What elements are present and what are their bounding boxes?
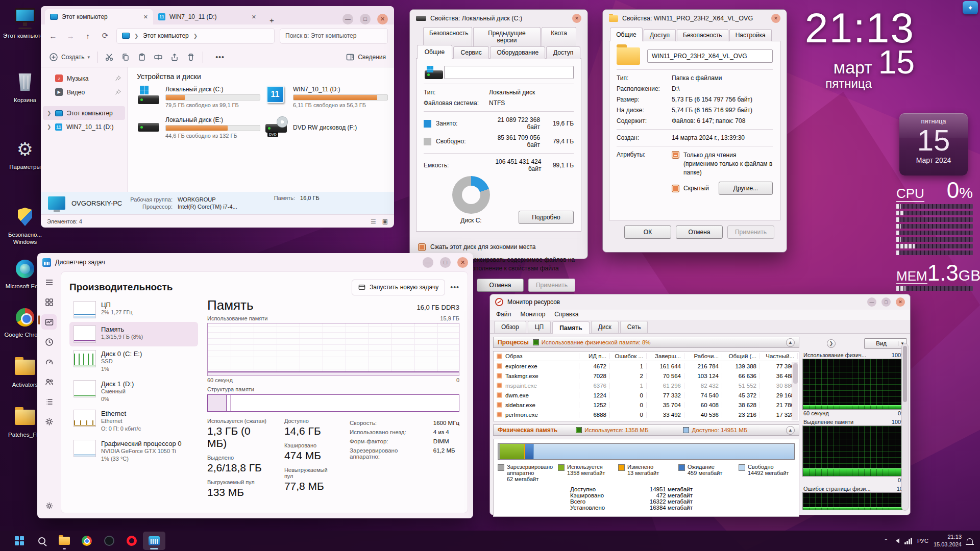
processes-icon[interactable]: [41, 294, 57, 310]
performance-icon[interactable]: [41, 314, 57, 330]
column-hard-faults[interactable]: Ошибок ...: [610, 353, 647, 359]
perf-item-disk0[interactable]: Диск 0 (C: E:) SSD 1%: [69, 346, 198, 377]
minimize-button[interactable]: —: [423, 257, 433, 268]
language-indicator[interactable]: РУС: [917, 538, 928, 544]
tab-memory[interactable]: Память: [552, 321, 589, 334]
search-input[interactable]: Поиск в: Этот компьютер: [280, 28, 388, 44]
column-shareable[interactable]: Общий (...: [722, 353, 760, 359]
run-new-task-button[interactable]: Запустить новую задачу: [352, 280, 445, 295]
close-button[interactable]: ✕: [377, 14, 388, 24]
tab-drive-d[interactable]: 11 WIN7_10_11 (D:) ✕: [153, 9, 261, 24]
select-all-checkbox[interactable]: [497, 354, 502, 359]
tab-this-pc[interactable]: Этот компьютер ✕: [45, 9, 153, 24]
compress-checkbox[interactable]: [418, 243, 426, 251]
panel-scrollbar[interactable]: [901, 343, 909, 511]
cancel-button[interactable]: Отмена: [477, 279, 524, 292]
perf-item-disk1[interactable]: Диск 1 (D:) Сменный 0%: [69, 377, 198, 407]
sidebar-item-music[interactable]: ♪ Музыка: [43, 71, 125, 85]
menu-help[interactable]: Справка: [554, 311, 578, 318]
startup-apps-icon[interactable]: [41, 354, 57, 369]
column-commit[interactable]: Заверш...: [647, 353, 684, 359]
minimize-button[interactable]: —: [342, 14, 353, 24]
chevron-right-icon[interactable]: ❯: [47, 124, 51, 130]
taskbar-task-manager[interactable]: [143, 532, 165, 550]
tab-security[interactable]: Безопасность: [423, 27, 472, 46]
process-checkbox[interactable]: [497, 363, 502, 369]
process-checkbox[interactable]: [497, 412, 502, 417]
sidebar-item-video[interactable]: ▶ Видео: [43, 85, 125, 99]
taskbar-search-button[interactable]: [31, 532, 53, 550]
tab-sharing[interactable]: Доступ: [546, 46, 580, 59]
collapse-icon[interactable]: ▲: [786, 338, 795, 347]
close-tab-icon[interactable]: ✕: [252, 14, 256, 20]
tab-quota[interactable]: Квота: [542, 27, 576, 46]
process-row[interactable]: Taskmgr.exe 7028 2 70 564 103 124 66 636…: [494, 371, 799, 381]
paste-icon[interactable]: [137, 53, 146, 62]
close-button[interactable]: ✕: [572, 14, 581, 23]
thumbnail-view-icon[interactable]: ▣: [382, 218, 388, 225]
collapse-icon[interactable]: ▲: [786, 426, 795, 435]
up-icon[interactable]: ↑: [82, 32, 94, 40]
tab-customize[interactable]: Настройка: [729, 29, 772, 41]
expand-icon[interactable]: ❯: [827, 339, 836, 348]
tab-disk[interactable]: Диск: [591, 321, 619, 333]
app-history-icon[interactable]: [41, 334, 57, 349]
maximize-button[interactable]: □: [440, 257, 451, 268]
notifications-bell-icon[interactable]: [967, 538, 973, 544]
perf-item-ethernet[interactable]: Ethernet Ethernet О: 0 П: 0 кбит/с: [69, 406, 198, 436]
physical-memory-section-header[interactable]: Физическая память Используется: 1358 МБ …: [493, 424, 799, 436]
tab-overview[interactable]: Обзор: [494, 321, 526, 333]
column-private[interactable]: Частный...: [760, 353, 798, 359]
cut-icon[interactable]: [105, 53, 114, 62]
share-icon[interactable]: [170, 53, 179, 62]
close-button[interactable]: ✕: [896, 297, 905, 307]
refresh-icon[interactable]: ⟳: [99, 31, 111, 40]
volume-label-input[interactable]: [444, 66, 574, 79]
copy-icon[interactable]: [121, 53, 130, 62]
users-icon[interactable]: [41, 374, 57, 389]
process-row[interactable]: mspaint.exe 6376 1 61 296 82 432 51 552 …: [494, 381, 799, 390]
tab-general[interactable]: Общие: [610, 28, 643, 41]
maximize-button[interactable]: □: [360, 14, 371, 24]
menu-file[interactable]: Файл: [496, 311, 511, 318]
tab-tools[interactable]: Сервис: [453, 46, 489, 59]
gadget-corner-icon[interactable]: ✦: [963, 1, 978, 14]
process-checkbox[interactable]: [497, 383, 502, 388]
tray-clock[interactable]: 21:13 15.03.2024: [934, 533, 962, 548]
table-scrollbar[interactable]: [792, 362, 798, 420]
tab-hardware[interactable]: Оборудование: [490, 46, 545, 59]
readonly-checkbox[interactable]: [672, 151, 679, 159]
taskbar-file-explorer[interactable]: [53, 532, 76, 550]
computer-info-row[interactable]: OVGORSKIY-PC Рабочая группа: WORKGROUP П…: [41, 192, 394, 214]
details-icon[interactable]: [41, 394, 57, 409]
start-button[interactable]: [8, 532, 31, 550]
services-icon[interactable]: [41, 414, 57, 429]
hidden-icons-chevron[interactable]: ⌃: [884, 538, 888, 544]
settings-gear-icon[interactable]: [41, 498, 57, 513]
close-tab-icon[interactable]: ✕: [143, 14, 148, 20]
perf-item-memory[interactable]: Память 1,3/15,9 ГБ (8%): [69, 322, 198, 346]
view-dropdown[interactable]: Вид ▼: [864, 338, 907, 349]
cancel-button[interactable]: Отмена: [676, 226, 723, 239]
delete-icon[interactable]: [186, 53, 195, 62]
menu-monitor[interactable]: Монитор: [521, 311, 546, 318]
process-row[interactable]: explorer.exe 4672 1 161 644 216 784 139 …: [494, 361, 799, 371]
close-button[interactable]: ✕: [771, 14, 780, 23]
process-checkbox[interactable]: [497, 392, 502, 398]
details-button[interactable]: Подробно: [519, 211, 574, 224]
process-row[interactable]: sidebar.exe 1252 0 35 704 60 408 38 628 …: [494, 400, 799, 410]
apply-button[interactable]: Применить: [528, 279, 575, 292]
volume-icon[interactable]: [893, 538, 899, 543]
breadcrumb[interactable]: ❯ Этот компьютер ❯: [116, 28, 275, 44]
process-checkbox[interactable]: [497, 402, 502, 408]
column-image[interactable]: Образ: [494, 353, 579, 359]
process-row[interactable]: perfmon.exe 6888 0 33 492 40 536 23 216 …: [494, 410, 799, 419]
tab-security[interactable]: Безопасность: [677, 29, 728, 41]
hidden-checkbox[interactable]: [672, 185, 679, 192]
column-working-set[interactable]: Рабочи...: [684, 353, 722, 359]
drive-item-d[interactable]: 11 WIN7_10_11 (D:) 6,11 ГБ свободно из 5…: [264, 86, 392, 108]
tab-cpu[interactable]: ЦП: [528, 321, 551, 333]
drive-item-e[interactable]: Локальный диск (E:) 44,6 ГБ свободно из …: [137, 116, 264, 139]
maximize-button[interactable]: □: [881, 297, 891, 307]
tab-network[interactable]: Сеть: [620, 321, 648, 333]
